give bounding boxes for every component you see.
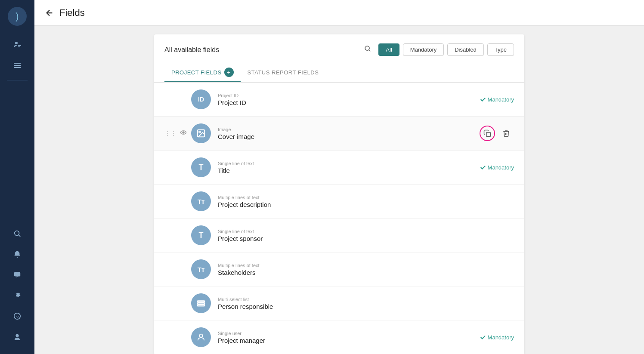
svg-text:?: ?	[16, 314, 19, 319]
field-type: Single user	[218, 331, 480, 336]
add-project-field-button[interactable]: +	[224, 68, 234, 77]
filter-mandatory-button[interactable]: Mandatory	[403, 43, 444, 56]
panel-title: All available fields	[164, 46, 219, 54]
search-icon	[13, 230, 21, 237]
messages-nav-item[interactable]	[9, 266, 26, 283]
trash-icon	[502, 129, 510, 137]
avatar-text: Tт	[198, 198, 205, 205]
top-header: Fields	[34, 0, 644, 26]
sidebar-logo[interactable]: )	[8, 7, 27, 26]
logo-icon: )	[15, 11, 19, 22]
field-row: ⋮⋮ Image Cover image	[154, 117, 524, 151]
tabs-row: PROJECT FIELDS + STATUS REPORT FIELDS	[164, 63, 514, 82]
copy-icon	[483, 129, 491, 137]
svg-point-22	[183, 166, 184, 167]
filter-disabled-button[interactable]: Disabled	[447, 43, 484, 56]
svg-rect-3	[14, 63, 21, 64]
notifications-nav-item[interactable]	[9, 246, 26, 263]
field-list: ⋮⋮ ID Project ID Project ID Mandatory	[154, 83, 524, 354]
svg-point-17	[183, 132, 184, 133]
image-icon	[196, 129, 206, 138]
tab-project-fields[interactable]: PROJECT FIELDS +	[164, 63, 241, 82]
mandatory-label: Mandatory	[488, 164, 514, 171]
check-icon	[480, 96, 486, 102]
filter-row: All Mandatory Disabled Type	[360, 43, 514, 56]
field-name: Project sponsor	[218, 235, 514, 242]
field-type: Project ID	[218, 93, 480, 98]
tab-status-report-fields-label: STATUS REPORT FIELDS	[248, 69, 319, 76]
svg-point-30	[183, 302, 184, 303]
svg-point-26	[183, 234, 184, 235]
field-actions	[480, 126, 514, 141]
list-icon	[13, 61, 22, 70]
tab-status-report-fields[interactable]: STATUS REPORT FIELDS	[241, 63, 326, 82]
search-icon	[364, 45, 372, 52]
svg-point-24	[183, 200, 184, 201]
panel-header: All available fields All Mandatory Disab…	[154, 34, 524, 83]
svg-rect-33	[198, 305, 205, 306]
visibility-icon[interactable]	[180, 129, 187, 138]
field-row: ⋮⋮ ID Project ID Project ID Mandatory	[154, 83, 524, 117]
search-button[interactable]	[360, 43, 375, 56]
svg-point-36	[199, 334, 202, 337]
avatar-text: Tт	[198, 266, 205, 273]
svg-rect-1	[18, 45, 21, 46]
field-info: Multi-select list Person responsible	[218, 297, 514, 310]
sidebar-bottom: ?	[9, 223, 26, 347]
delete-button[interactable]	[498, 126, 514, 141]
field-info: Single line of text Project sponsor	[218, 229, 514, 242]
svg-rect-20	[486, 132, 491, 137]
mandatory-label: Mandatory	[488, 96, 514, 103]
help-nav-item[interactable]: ?	[9, 308, 26, 325]
field-avatar	[191, 123, 211, 143]
drag-handle[interactable]: ⋮⋮	[164, 130, 176, 137]
field-info: Multiple lines of text Project descripti…	[218, 195, 514, 208]
field-row: ⋮⋮ Multi-select list Person responsib	[154, 286, 524, 320]
search-nav-item[interactable]	[9, 225, 26, 242]
field-info: Multiple lines of text Stakeholders	[218, 263, 514, 276]
field-avatar: T	[191, 225, 211, 245]
field-avatar: Tт	[191, 259, 211, 279]
list-select-icon	[196, 299, 206, 308]
svg-point-15	[183, 98, 184, 99]
avatar-text: T	[199, 231, 204, 240]
profile-nav-item[interactable]	[9, 328, 26, 345]
page-title: Fields	[59, 7, 85, 18]
field-name: Person responsible	[218, 303, 514, 310]
main-area: Fields All available fields All	[34, 0, 644, 354]
sidebar-item-contacts[interactable]	[9, 36, 26, 53]
filter-type-button[interactable]: Type	[487, 43, 514, 56]
field-row: ⋮⋮ Tт Multiple lines of text Stakeholder…	[154, 252, 524, 286]
bell-icon	[13, 250, 21, 258]
svg-rect-2	[18, 46, 20, 47]
add-icon: +	[227, 69, 231, 76]
svg-point-19	[199, 131, 201, 133]
back-button[interactable]	[45, 8, 54, 18]
field-type: Multiple lines of text	[218, 195, 514, 200]
field-type: Single line of text	[218, 161, 480, 166]
svg-point-35	[183, 336, 184, 337]
svg-point-28	[183, 268, 184, 269]
filter-all-button[interactable]: All	[378, 43, 399, 56]
field-avatar	[191, 327, 211, 347]
svg-point-11	[15, 334, 19, 337]
fields-panel: All available fields All Mandatory Disab…	[154, 34, 524, 354]
mandatory-badge: Mandatory	[480, 96, 514, 103]
svg-rect-8	[14, 272, 20, 277]
svg-point-12	[365, 46, 369, 50]
settings-nav-item[interactable]	[9, 287, 26, 304]
check-icon	[480, 164, 486, 170]
contacts-icon	[13, 40, 22, 49]
svg-rect-5	[14, 67, 21, 68]
field-info: Project ID Project ID	[218, 93, 480, 106]
svg-rect-31	[198, 301, 205, 302]
field-avatar	[191, 293, 211, 313]
field-type: Image	[218, 127, 480, 132]
profile-icon	[13, 333, 21, 341]
field-row: ⋮⋮ Tт Multiple lines of text Project des…	[154, 185, 524, 219]
copy-button[interactable]	[480, 126, 495, 141]
sidebar-divider	[7, 80, 28, 80]
field-row: ⋮⋮ T Single line of text Project sponsor	[154, 219, 524, 252]
panel-top-row: All available fields All Mandatory Disab…	[164, 43, 514, 56]
sidebar-item-list[interactable]	[9, 57, 26, 74]
